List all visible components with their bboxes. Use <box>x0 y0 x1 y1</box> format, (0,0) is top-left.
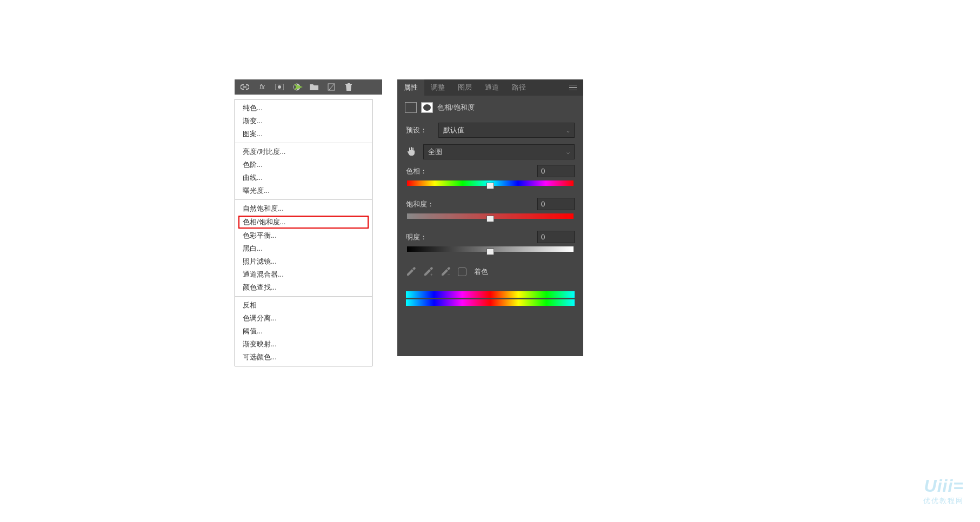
svg-text:+: + <box>430 272 433 277</box>
color-strip-before <box>406 291 575 298</box>
adjustment-menu: 纯色... 渐变... 图案... 亮度/对比度... 色阶... 曲线... … <box>235 99 372 366</box>
scope-select[interactable]: 全图⌵ <box>423 144 575 159</box>
menu-item[interactable]: 反相 <box>235 299 372 312</box>
menu-item[interactable]: 色调分离... <box>235 312 372 325</box>
eyedropper-icon[interactable] <box>406 267 416 277</box>
adjustment-type-icon <box>405 102 417 113</box>
menu-item[interactable]: 曝光度... <box>235 184 372 197</box>
color-strip-after <box>406 299 575 306</box>
menu-item-hue-saturation[interactable]: 色相/饱和度... <box>238 216 369 229</box>
lightness-slider-row: 明度：0 <box>397 229 583 262</box>
layers-toolbar: fx <box>235 79 382 95</box>
menu-item[interactable]: 渐变... <box>235 115 372 128</box>
svg-text:−: − <box>448 272 450 277</box>
eyedropper-plus-icon[interactable]: + <box>423 267 433 277</box>
menu-item[interactable]: 颜色查找... <box>235 281 372 294</box>
tab-paths[interactable]: 路径 <box>505 79 532 96</box>
hand-scrubber-icon[interactable] <box>406 146 418 158</box>
tab-layers[interactable]: 图层 <box>451 79 478 96</box>
saturation-label: 饱和度： <box>406 199 434 209</box>
slider-thumb[interactable] <box>486 249 494 255</box>
menu-item[interactable]: 自然饱和度... <box>235 202 372 215</box>
menu-item[interactable]: 色阶... <box>235 158 372 171</box>
trash-icon[interactable] <box>344 82 354 92</box>
menu-item[interactable]: 曲线... <box>235 171 372 184</box>
lightness-value[interactable]: 0 <box>537 231 575 243</box>
menu-item[interactable]: 纯色... <box>235 102 372 115</box>
menu-item[interactable]: 色彩平衡... <box>235 229 372 242</box>
menu-item[interactable]: 通道混合器... <box>235 268 372 281</box>
mask-thumb-icon <box>421 102 433 113</box>
menu-item[interactable]: 亮度/对比度... <box>235 145 372 158</box>
colorize-label: 着色 <box>474 267 488 277</box>
slider-thumb[interactable] <box>486 183 494 189</box>
preset-select[interactable]: 默认值⌵ <box>438 123 575 138</box>
panel-title: 色相/饱和度 <box>437 103 475 112</box>
hue-label: 色相： <box>406 166 427 176</box>
menu-item[interactable]: 黑白... <box>235 242 372 255</box>
menu-item[interactable]: 阈值... <box>235 325 372 338</box>
slider-thumb[interactable] <box>486 216 494 222</box>
chevron-down-icon: ⌵ <box>566 128 570 133</box>
new-layer-icon[interactable] <box>326 82 336 92</box>
lightness-slider[interactable] <box>407 246 574 252</box>
lightness-label: 明度： <box>406 232 427 242</box>
fx-icon[interactable]: fx <box>257 82 267 92</box>
preset-label: 预设： <box>406 125 433 135</box>
menu-item[interactable]: 可选颜色... <box>235 351 372 364</box>
tab-channels[interactable]: 通道 <box>478 79 505 96</box>
menu-item[interactable]: 照片滤镜... <box>235 255 372 268</box>
eyedropper-minus-icon[interactable]: − <box>441 267 450 277</box>
link-icon[interactable] <box>240 82 250 92</box>
panel-menu-icon[interactable] <box>563 79 583 96</box>
menu-item[interactable]: 图案... <box>235 128 372 140</box>
saturation-value[interactable]: 0 <box>537 198 575 210</box>
menu-item[interactable]: 渐变映射... <box>235 338 372 351</box>
watermark: Uiii= 优优教程网 <box>923 476 964 506</box>
saturation-slider[interactable] <box>407 213 574 219</box>
hue-slider-row: 色相：0 <box>397 163 583 196</box>
chevron-down-icon: ⌵ <box>566 149 570 155</box>
saturation-slider-row: 饱和度：0 <box>397 196 583 229</box>
hue-value[interactable]: 0 <box>537 165 575 177</box>
color-strips <box>397 282 583 315</box>
colorize-checkbox[interactable] <box>458 267 466 276</box>
scope-row: 全图⌵ <box>397 141 583 163</box>
hue-slider[interactable] <box>407 180 574 186</box>
panel-header: 色相/饱和度 <box>397 96 583 119</box>
panel-tabs: 属性 调整 图层 通道 路径 <box>397 79 583 96</box>
tab-adjustments[interactable]: 调整 <box>424 79 451 96</box>
properties-panel: 属性 调整 图层 通道 路径 色相/饱和度 预设： 默认值⌵ 全图⌵ 色相：0 … <box>397 79 583 356</box>
tab-properties[interactable]: 属性 <box>397 79 424 96</box>
preset-row: 预设： 默认值⌵ <box>397 119 583 141</box>
eyedropper-row: + − 着色 <box>397 262 583 282</box>
arrow-annotation <box>281 82 303 92</box>
folder-icon[interactable] <box>309 82 319 92</box>
